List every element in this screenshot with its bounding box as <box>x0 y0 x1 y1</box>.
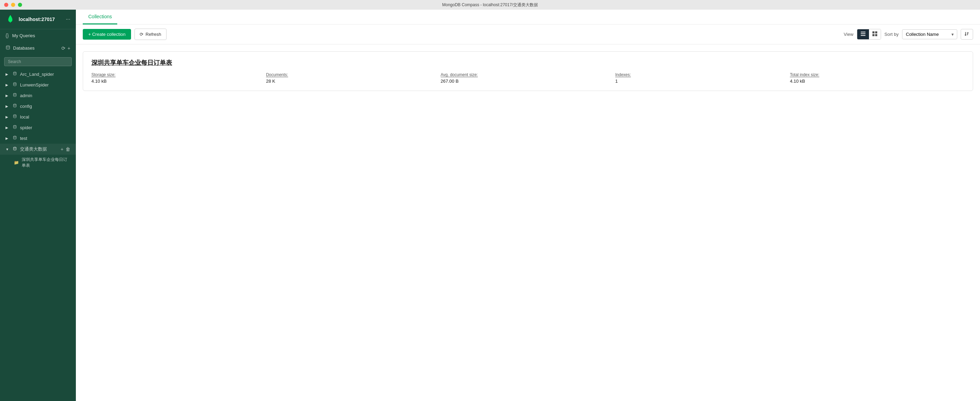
collection-stats: Storage size: 4.10 kB Documents: 28 K Av… <box>91 72 964 84</box>
stat-total-index-label: Total index size: <box>790 72 964 77</box>
db-name: config <box>20 104 32 109</box>
sidebar-search-container <box>0 54 76 69</box>
grid-view-button[interactable] <box>869 29 881 39</box>
db-name: admin <box>20 93 32 98</box>
database-list: ▶ Arc_Land_spider ▶ LunwenSpider ▶ <box>0 69 76 401</box>
refresh-label: Refresh <box>146 32 161 37</box>
svg-point-1 <box>13 72 16 73</box>
stat-documents-label: Documents: <box>266 72 440 77</box>
stat-total-index-size: Total index size: 4.10 kB <box>790 72 964 84</box>
databases-section-header[interactable]: Databases ⟳ + <box>0 42 76 54</box>
maximize-button[interactable] <box>18 3 22 7</box>
toolbar: + Create collection ⟳ Refresh View Sort … <box>76 24 980 44</box>
db-item-spider[interactable]: ▶ spider <box>0 122 76 133</box>
stat-indexes-value: 1 <box>615 79 790 84</box>
collections-content: 深圳共享单车企业每日订单表 Storage size: 4.10 kB Docu… <box>76 44 980 401</box>
stat-avg-doc-size: Avg. document size: 267.00 B <box>441 72 615 84</box>
svg-point-4 <box>13 104 16 105</box>
mongodb-logo <box>6 14 15 24</box>
svg-point-3 <box>13 94 16 94</box>
db-name: test <box>20 136 27 141</box>
sort-select[interactable]: Collection Name Storage Size Document Co… <box>902 29 957 39</box>
db-icon <box>13 103 17 109</box>
db-icon <box>13 71 17 77</box>
add-collection-icon[interactable]: + <box>61 146 64 152</box>
svg-point-7 <box>13 136 16 137</box>
stat-storage-size: Storage size: 4.10 kB <box>91 72 266 84</box>
collection-name: 深圳共享单车企业每日订单表 <box>22 157 70 168</box>
titlebar-buttons <box>4 3 22 7</box>
svg-rect-14 <box>872 34 875 36</box>
create-collection-button[interactable]: + Create collection <box>83 29 131 40</box>
refresh-databases-icon[interactable]: ⟳ <box>61 46 65 51</box>
stat-indexes-label: Indexes: <box>615 72 790 77</box>
refresh-button[interactable]: ⟳ Refresh <box>134 29 167 40</box>
stat-documents-value: 28 K <box>266 79 440 84</box>
db-item-actions: + 🗑 <box>61 146 70 152</box>
connection-name: localhost:27017 <box>19 17 62 22</box>
db-icon <box>13 93 17 98</box>
main-content: Collections + Create collection ⟳ Refres… <box>76 10 980 401</box>
close-button[interactable] <box>4 3 8 7</box>
titlebar: MongoDB Compass - localhost:27017/交通类大数据 <box>0 0 980 10</box>
db-item-local[interactable]: ▶ local <box>0 112 76 122</box>
db-item-config[interactable]: ▶ config <box>0 101 76 112</box>
queries-icon: {} <box>6 33 9 38</box>
search-input[interactable] <box>4 57 72 66</box>
db-item-admin[interactable]: ▶ admin <box>0 90 76 101</box>
svg-point-0 <box>6 46 10 47</box>
db-item-jiaotong[interactable]: ▼ 交通类大数据 + 🗑 <box>0 144 76 155</box>
db-name: local <box>20 114 29 120</box>
svg-rect-10 <box>861 33 865 34</box>
chevron-icon: ▶ <box>6 105 10 108</box>
db-icon <box>13 114 17 120</box>
svg-rect-13 <box>875 31 877 33</box>
sidebar-item-my-queries[interactable]: {} My Queries <box>0 29 76 42</box>
db-icon <box>13 82 17 88</box>
stat-documents: Documents: 28 K <box>266 72 440 84</box>
db-icon <box>13 146 17 152</box>
sort-direction-button[interactable] <box>961 29 973 40</box>
collection-card: 深圳共享单车企业每日订单表 Storage size: 4.10 kB Docu… <box>83 51 973 91</box>
chevron-icon: ▶ <box>6 136 10 140</box>
main-header: Collections <box>76 10 980 24</box>
view-toggle <box>857 29 881 40</box>
db-item-test[interactable]: ▶ test <box>0 133 76 144</box>
db-item-arc-land-spider[interactable]: ▶ Arc_Land_spider <box>0 69 76 79</box>
svg-rect-12 <box>872 31 875 33</box>
minimize-button[interactable] <box>11 3 15 7</box>
list-view-button[interactable] <box>857 29 869 39</box>
sidebar: localhost:27017 ··· {} My Queries Databa… <box>0 10 76 401</box>
databases-icon <box>6 45 10 51</box>
svg-point-5 <box>13 115 16 116</box>
svg-rect-9 <box>861 32 865 32</box>
view-label: View <box>844 32 853 37</box>
db-item-lunwen-spider[interactable]: ▶ LunwenSpider <box>0 79 76 90</box>
sort-label: Sort by <box>885 32 899 37</box>
db-name: LunwenSpider <box>20 82 49 87</box>
collection-folder-icon: 📁 <box>14 160 19 165</box>
db-name: 交通类大数据 <box>20 146 58 152</box>
collection-card-title[interactable]: 深圳共享单车企业每日订单表 <box>91 59 172 67</box>
svg-point-2 <box>13 83 16 83</box>
stat-storage-label: Storage size: <box>91 72 266 77</box>
delete-database-icon[interactable]: 🗑 <box>65 146 70 152</box>
chevron-down-icon: ▼ <box>6 147 10 151</box>
refresh-icon: ⟳ <box>140 32 143 37</box>
collection-item-shenzhen-bike[interactable]: 📁 深圳共享单车企业每日订单表 <box>0 155 76 171</box>
add-database-icon[interactable]: + <box>68 46 70 51</box>
chevron-icon: ▶ <box>6 83 10 87</box>
sidebar-header: localhost:27017 ··· <box>0 10 76 29</box>
db-name: Arc_Land_spider <box>20 72 54 77</box>
stat-avg-doc-value: 267.00 B <box>441 79 615 84</box>
svg-rect-15 <box>875 34 877 36</box>
chevron-icon: ▶ <box>6 72 10 76</box>
stat-indexes: Indexes: 1 <box>615 72 790 84</box>
sidebar-item-label: My Queries <box>12 33 35 38</box>
connection-more-icon[interactable]: ··· <box>66 16 70 22</box>
window-title: MongoDB Compass - localhost:27017/交通类大数据 <box>442 2 538 8</box>
tab-collections[interactable]: Collections <box>83 10 117 24</box>
db-icon <box>13 135 17 141</box>
databases-label: Databases <box>13 46 59 51</box>
main-tabs: Collections <box>83 10 973 24</box>
